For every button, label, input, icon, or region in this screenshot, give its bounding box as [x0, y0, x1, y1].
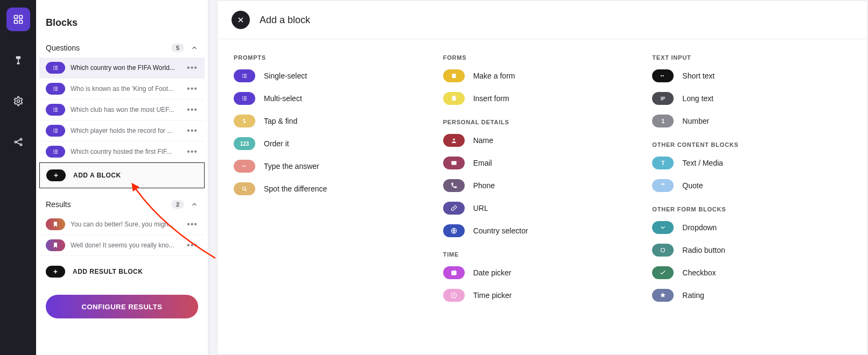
more-icon[interactable]: ••• — [186, 105, 198, 115]
block-group: TEXT INPUTShort textLong text1Number — [652, 54, 851, 127]
block-option[interactable]: Checkbox — [652, 266, 851, 279]
questions-list: Which country won the FIFA World...•••Wh… — [36, 58, 208, 162]
block-option[interactable]: Time picker — [443, 289, 642, 302]
more-icon[interactable]: ••• — [186, 147, 198, 157]
dots-icon — [234, 160, 255, 173]
block-option[interactable]: Single-select — [234, 69, 432, 82]
svg-point-52 — [242, 166, 243, 167]
nav-settings[interactable] — [6, 89, 30, 113]
svg-rect-46 — [244, 97, 247, 97]
block-option[interactable]: Long text — [652, 92, 851, 105]
nav-share[interactable] — [6, 130, 30, 154]
block-option[interactable]: Short text — [652, 69, 851, 82]
block-option[interactable]: URL — [443, 202, 642, 215]
svg-point-64 — [663, 75, 664, 76]
block-option-label: Number — [682, 117, 709, 125]
configure-results-button[interactable]: CONFIGURE RESULTS — [46, 295, 198, 318]
more-icon[interactable]: ••• — [186, 84, 198, 94]
svg-point-68 — [661, 248, 665, 252]
nav-blocks[interactable] — [6, 8, 30, 31]
svg-rect-26 — [55, 111, 58, 111]
list-icon — [46, 125, 65, 137]
bookmark-icon — [46, 218, 65, 230]
more-icon[interactable]: ••• — [186, 63, 198, 73]
svg-point-58 — [453, 139, 455, 141]
block-option[interactable]: Name — [443, 134, 642, 147]
block-option-label: Multi-select — [264, 94, 302, 103]
svg-point-51 — [243, 119, 245, 121]
svg-rect-34 — [55, 150, 58, 151]
add-result-button[interactable]: ADD RESULT BLOCK — [39, 259, 205, 284]
questions-header[interactable]: Questions 5 — [36, 37, 208, 58]
question-text: Which country hosted the first FIF... — [71, 148, 181, 155]
svg-point-53 — [244, 166, 245, 167]
grid-icon — [13, 14, 24, 25]
add-block-button[interactable]: ADD A BLOCK — [39, 162, 205, 188]
block-column: PROMPTSSingle-selectMulti-selectTap & fi… — [234, 53, 432, 311]
panel-title: Blocks — [36, 10, 208, 37]
svg-rect-27 — [53, 129, 54, 130]
question-row[interactable]: Which club has won the most UEF...••• — [39, 100, 205, 120]
block-option[interactable]: Date picker — [443, 266, 642, 279]
block-option-label: Dropdown — [682, 223, 717, 232]
block-option-label: Order it — [264, 139, 289, 148]
main-title: Add a block — [260, 15, 310, 26]
svg-rect-43 — [242, 77, 243, 77]
chevron-up-icon — [191, 44, 198, 52]
block-option[interactable]: Multi-select — [234, 92, 432, 105]
block-option[interactable]: Type the answer — [234, 160, 432, 173]
block-option[interactable]: Spot the difference — [234, 182, 432, 195]
question-row[interactable]: Who is known as the 'King of Foot...••• — [39, 79, 205, 100]
calendar-icon — [443, 266, 465, 279]
plus-icon — [46, 169, 66, 181]
block-option[interactable]: Dropdown — [652, 221, 851, 234]
block-option[interactable]: Country selector — [443, 224, 642, 237]
block-option[interactable]: Insert form — [443, 92, 642, 105]
block-option-label: Spot the difference — [264, 184, 327, 193]
block-option[interactable]: Radio button — [652, 244, 851, 257]
star-icon — [652, 289, 674, 302]
svg-point-54 — [243, 187, 246, 190]
more-icon[interactable]: ••• — [186, 240, 198, 250]
result-row[interactable]: Well done! It seems you really kno...••• — [39, 235, 205, 256]
circle-icon — [652, 244, 674, 257]
svg-rect-17 — [53, 88, 54, 89]
results-header[interactable]: Results 2 — [36, 194, 208, 214]
block-option[interactable]: 1Number — [652, 115, 851, 127]
svg-rect-23 — [53, 109, 54, 110]
block-option-label: Name — [473, 136, 493, 145]
block-option[interactable]: Email — [443, 157, 642, 169]
svg-rect-0 — [14, 16, 17, 19]
result-row[interactable]: You can do better! Sure, you migh...••• — [39, 214, 205, 235]
link-icon — [443, 202, 465, 215]
block-option-label: Rating — [682, 291, 704, 300]
block-option[interactable]: Tap & find — [234, 115, 432, 127]
block-option[interactable]: TText / Media — [652, 157, 851, 169]
close-button[interactable] — [232, 11, 250, 29]
nav-design[interactable] — [6, 48, 30, 72]
configure-results-label: CONFIGURE RESULTS — [82, 303, 163, 311]
more-icon[interactable]: ••• — [186, 219, 198, 229]
question-row[interactable]: Which country hosted the first FIF...••• — [39, 141, 205, 162]
block-option[interactable]: “Quote — [652, 179, 851, 192]
group-heading: TIME — [443, 251, 642, 258]
svg-rect-25 — [53, 111, 54, 111]
block-option[interactable]: Make a form — [443, 69, 642, 82]
svg-rect-15 — [53, 87, 54, 88]
svg-rect-42 — [244, 75, 247, 76]
svg-rect-40 — [244, 74, 247, 75]
svg-rect-36 — [55, 151, 58, 152]
svg-rect-13 — [53, 69, 54, 69]
question-row[interactable]: Which player holds the record for ...••• — [39, 120, 205, 141]
block-column: FORMSMake a formInsert formPERSONAL DETA… — [443, 53, 642, 311]
block-option-label: Type the answer — [264, 162, 319, 171]
question-text: Who is known as the 'King of Foot... — [71, 85, 181, 93]
block-option[interactable]: 123Order it — [234, 137, 432, 150]
block-option-label: Short text — [682, 72, 715, 80]
block-option[interactable]: Rating — [652, 289, 851, 302]
question-row[interactable]: Which country won the FIFA World...••• — [39, 58, 205, 79]
block-option[interactable]: Phone — [443, 179, 642, 192]
svg-rect-48 — [244, 98, 247, 98]
list-icon — [234, 69, 255, 82]
more-icon[interactable]: ••• — [186, 126, 198, 136]
